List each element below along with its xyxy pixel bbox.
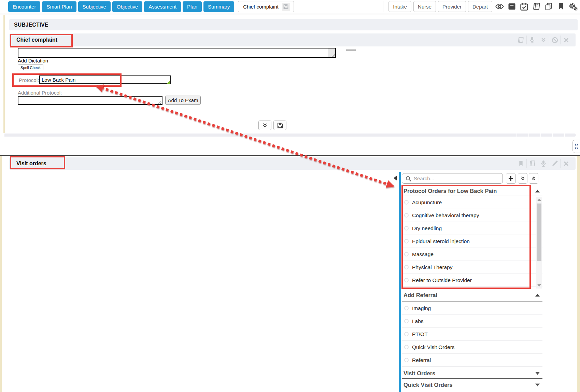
chief-complaint-title: Chief complaint	[16, 37, 57, 43]
bookmark-icon[interactable]	[556, 1, 566, 12]
book-icon[interactable]	[531, 1, 541, 12]
settings-gears-icon[interactable]	[568, 1, 578, 12]
scrollbar-thumb[interactable]	[537, 204, 541, 261]
divider-tick	[552, 134, 553, 137]
stage-button[interactable]: Intake	[388, 1, 411, 12]
close-icon[interactable]	[560, 36, 571, 44]
calendar-check-icon[interactable]	[519, 1, 529, 12]
protocol-input[interactable]	[39, 75, 171, 84]
scroll-down-icon[interactable]	[537, 284, 541, 287]
protocol-resize-grip-icon[interactable]	[167, 81, 170, 84]
subjective-title: SUBJECTIVE	[14, 22, 48, 28]
resize-grip-icon[interactable]	[331, 53, 335, 57]
block-icon[interactable]	[549, 36, 560, 44]
visit-orders-left-accent	[0, 156, 2, 392]
list-item[interactable]: Imaging	[402, 302, 542, 315]
expand-section-button[interactable]	[258, 121, 271, 130]
radio-circle-icon	[404, 265, 409, 269]
radio-circle-icon	[404, 278, 409, 282]
triangle-left-icon	[394, 176, 397, 181]
radio-circle-icon	[404, 306, 409, 310]
expand-section-arrow[interactable]	[535, 383, 540, 387]
visit-orders-right-accent	[577, 156, 580, 392]
add-order-button[interactable]	[506, 173, 516, 184]
collapse-section-arrow[interactable]	[535, 190, 540, 193]
chief-complaint-textarea[interactable]	[18, 48, 328, 57]
eye-icon[interactable]	[494, 1, 505, 12]
archive-icon[interactable]	[507, 1, 517, 12]
nav-tab[interactable]: Subjective	[78, 1, 111, 12]
radio-circle-icon	[404, 332, 409, 336]
list-item[interactable]: Dry needling	[402, 222, 542, 235]
list-item[interactable]: Quick Visit Orders	[402, 341, 542, 354]
expand-section-arrow[interactable]	[535, 372, 540, 375]
list-item[interactable]: Labs	[402, 315, 542, 328]
stage-button[interactable]: Depart	[468, 1, 492, 12]
divider-tick	[540, 134, 541, 137]
divider-tick	[528, 134, 529, 137]
scroll-up-icon[interactable]	[537, 198, 541, 201]
protocol-label: Protocol:	[19, 77, 39, 83]
nav-tab[interactable]: Objective	[112, 1, 143, 12]
textarea-scrollbar[interactable]	[328, 48, 335, 57]
list-item[interactable]: Epidural steroid injection	[402, 235, 542, 248]
list-scrollbar[interactable]	[536, 197, 542, 289]
additional-protocol-input-wrap	[18, 96, 162, 105]
visit-orders-collapsed-title[interactable]: Visit Orders	[404, 370, 435, 377]
collapse-panel-arrow[interactable]	[394, 176, 397, 182]
microphone-icon[interactable]	[538, 159, 549, 168]
nav-tab[interactable]: Plan	[183, 1, 202, 12]
divider-dash	[346, 50, 356, 51]
active-tab-chief-complaint[interactable]: Chief complaint	[238, 1, 294, 12]
list-item[interactable]: Acupuncture	[402, 196, 542, 209]
list-item[interactable]: PT/OT	[402, 328, 542, 341]
panel-blue-accent	[399, 172, 401, 392]
nav-tab[interactable]: Summary	[203, 1, 234, 12]
radio-circle-icon	[404, 319, 409, 323]
visit-orders-top-border	[0, 155, 580, 156]
bookmark-icon[interactable]	[515, 159, 526, 168]
save-section-button[interactable]	[273, 121, 286, 130]
collapse-section-arrow[interactable]	[535, 294, 540, 297]
radio-circle-icon	[404, 358, 409, 362]
close-icon[interactable]	[560, 159, 571, 168]
collapse-all-button[interactable]	[529, 173, 538, 184]
nav-tab[interactable]: Encounter	[8, 1, 40, 12]
add-to-exam-button[interactable]: Add To Exam	[165, 96, 201, 105]
list-item[interactable]: Referral	[402, 354, 542, 367]
quick-visit-orders-collapsed-title[interactable]: Quick Visit Orders	[404, 382, 453, 388]
stage-button[interactable]: Provider	[438, 1, 466, 12]
plus-icon	[508, 176, 513, 181]
stage-button[interactable]: Nurse	[413, 1, 436, 12]
search-input[interactable]	[402, 173, 503, 184]
copy-icon[interactable]	[543, 1, 554, 12]
list-item[interactable]: Massage	[402, 248, 542, 261]
radio-circle-icon	[404, 239, 409, 243]
panel-splitter-handle[interactable]	[572, 140, 580, 153]
expand-all-button[interactable]	[518, 173, 527, 184]
chevron-double-down-icon[interactable]	[538, 36, 549, 44]
radio-circle-icon	[404, 345, 409, 349]
nav-tab[interactable]: Assessment	[144, 1, 181, 12]
additional-protocol-input[interactable]	[18, 97, 162, 104]
triangle-up-icon	[535, 294, 540, 297]
spell-check-button[interactable]: Spell Check	[18, 65, 43, 70]
section-divider-bar[interactable]	[4, 134, 576, 137]
nav-tab[interactable]: Smart Plan	[42, 1, 76, 12]
section-underline	[402, 378, 542, 379]
subjective-section-header: SUBJECTIVE	[9, 19, 578, 30]
visit-orders-toolbar	[515, 159, 571, 168]
list-item[interactable]: Physical Therapy	[402, 261, 542, 274]
book-icon[interactable]	[526, 159, 538, 168]
list-item[interactable]: Cognitive behavioral therapy	[402, 209, 542, 222]
add-dictation-link[interactable]: Add Dictation	[18, 58, 48, 64]
radio-circle-icon	[404, 252, 409, 256]
book-icon[interactable]	[515, 36, 526, 44]
save-icon[interactable]	[282, 3, 290, 11]
microphone-icon[interactable]	[526, 36, 538, 44]
nav-divider	[383, 1, 383, 12]
pencil-icon[interactable]	[549, 159, 560, 168]
list-item[interactable]: Refer to Outside Provider	[402, 274, 542, 287]
visit-orders-header: Visit orders	[9, 157, 576, 170]
chevron-left-right-icon	[575, 147, 578, 150]
